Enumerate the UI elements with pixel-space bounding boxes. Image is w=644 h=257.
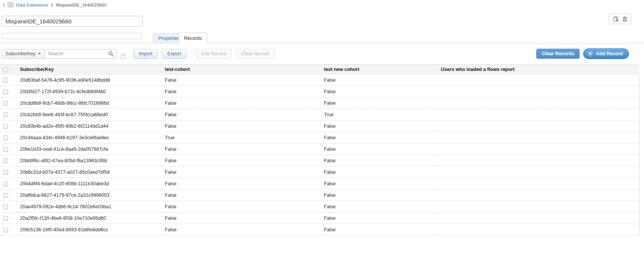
search-input[interactable] (45, 51, 105, 56)
clear-record-button[interactable]: Clear Record (236, 49, 275, 59)
search-box (45, 49, 117, 59)
column-header-test-new-cohort[interactable]: test new cohort (321, 64, 438, 74)
table-row[interactable]: 20c44aaa-434c-4946-b197-3e3ce6fae8ec Tru… (0, 132, 639, 143)
de-description-input[interactable] (2, 33, 142, 39)
row-select-cell (0, 189, 17, 201)
test-new-cohort-cell: False (321, 178, 438, 189)
row-checkbox[interactable] (3, 227, 8, 232)
flows-report-cell (438, 224, 639, 236)
plus-icon: + (587, 51, 593, 57)
table-row[interactable]: 20d3fd27-172f-4939-b72c-6cfedb69f4b0 Fal… (0, 86, 639, 97)
subscriberkey-cell: 20ae4979-082e-4db6-9c14-7602e6e03ba1 (17, 201, 162, 213)
test-new-cohort-cell: False (321, 201, 438, 213)
import-button[interactable]: Import (133, 49, 158, 59)
row-checkbox[interactable] (3, 204, 8, 209)
row-checkbox[interactable] (3, 78, 8, 83)
add-record-label: Add Record (596, 51, 623, 56)
test-new-cohort-cell: False (321, 74, 438, 86)
copy-record-icon[interactable] (613, 16, 619, 22)
select-all-checkbox[interactable] (3, 67, 8, 72)
table-row[interactable]: 20b4d6f4-6dad-4c20-808b-1111e30abe3d Fal… (0, 178, 639, 189)
search-field-dropdown[interactable]: SubscriberKey (2, 49, 45, 59)
breadcrumb: ❮ Data Extensions ❮ MixpanelDE_164002966… (0, 0, 644, 8)
test-cohort-cell: False (162, 166, 321, 178)
row-select-cell (0, 155, 17, 166)
row-select-cell (0, 166, 17, 178)
flows-report-cell (438, 155, 639, 166)
test-cohort-cell: False (162, 86, 321, 97)
test-cohort-cell: False (162, 74, 321, 86)
row-checkbox[interactable] (3, 101, 8, 106)
row-checkbox[interactable] (3, 181, 8, 186)
test-new-cohort-cell: False (321, 213, 438, 224)
header-select-all-cell (0, 64, 17, 74)
help-icon[interactable]: ? (121, 54, 126, 59)
row-select-cell (0, 86, 17, 97)
test-new-cohort-cell: False (321, 189, 438, 201)
row-select-cell (0, 120, 17, 132)
entity-actions-group (609, 14, 631, 24)
records-table-wrap: SubscriberKey test-cohort test new cohor… (0, 64, 639, 236)
test-new-cohort-cell: False (321, 166, 438, 178)
table-row[interactable]: 20ae4979-082e-4db6-9c14-7602e6e03ba1 Fal… (0, 201, 639, 213)
chevron-down-icon (38, 53, 41, 54)
subscriberkey-cell: 20af6dca-6627-4179-97ce-2a31c9996053 (17, 189, 162, 201)
flows-report-cell (438, 189, 639, 201)
test-new-cohort-cell: False (321, 132, 438, 143)
subscriberkey-cell: 20bb9f6c-af82-47ea-805d-f6a13963c95b (17, 155, 162, 166)
flows-report-cell (438, 120, 639, 132)
subscriberkey-cell: 20c83b4b-ad2e-45f0-89b2-6f2114dd1d44 (17, 120, 162, 132)
row-checkbox[interactable] (3, 216, 8, 221)
row-checkbox[interactable] (3, 124, 8, 129)
records-table: SubscriberKey test-cohort test new cohor… (0, 64, 639, 236)
add-record-button[interactable]: + Add Record (583, 48, 629, 59)
row-select-cell (0, 201, 17, 213)
back-chevron-icon[interactable]: ❮ (2, 3, 5, 7)
search-icon[interactable] (105, 51, 117, 57)
test-cohort-cell: False (162, 189, 321, 201)
row-checkbox[interactable] (3, 193, 8, 198)
table-row[interactable]: 209c5136-16f0-40ed-8593-81b8fe8dd6cc Fal… (0, 224, 639, 236)
flows-report-cell (438, 201, 639, 213)
breadcrumb-current: MixpanelDE_1640029660 (56, 3, 107, 7)
table-row[interactable]: 20d63baf-5476-4c95-9036-a90e5148bdd8 Fal… (0, 74, 639, 86)
subscriberkey-cell: 20a2f5fc-f130-4be6-9f38-10e710e95d60 (17, 213, 162, 224)
breadcrumb-link-data-extensions[interactable]: Data Extensions (16, 3, 48, 7)
table-row[interactable]: 20c83b4b-ad2e-45f0-89b2-6f2114dd1d44 Fal… (0, 120, 639, 132)
table-row[interactable]: 20b6c31d-b07d-4377-a027-85c0aed7bf58 Fal… (0, 166, 639, 178)
delete-trash-icon[interactable] (622, 16, 628, 22)
clear-records-button[interactable]: Clear Records (536, 49, 580, 59)
flows-report-cell (438, 109, 639, 120)
row-checkbox[interactable] (3, 112, 8, 117)
test-cohort-cell: False (162, 109, 321, 120)
edit-record-button[interactable]: Edit Record (196, 49, 232, 59)
row-checkbox[interactable] (3, 170, 8, 175)
table-row[interactable]: 20bb9f6c-af82-47ea-805d-f6a13963c95b Fal… (0, 155, 639, 166)
flows-report-cell (438, 132, 639, 143)
table-row[interactable]: 20af6dca-6627-4179-97ce-2a31c9996053 Fal… (0, 189, 639, 201)
test-new-cohort-cell: False (321, 224, 438, 236)
row-checkbox[interactable] (3, 158, 8, 163)
test-new-cohort-cell: False (321, 86, 438, 97)
test-cohort-cell: False (162, 120, 321, 132)
subscriberkey-cell: 20b6c31d-b07d-4377-a027-85c0aed7bf58 (17, 166, 162, 178)
export-button[interactable]: Export (162, 49, 186, 59)
column-header-test-cohort[interactable]: test-cohort (162, 64, 321, 74)
row-checkbox[interactable] (3, 147, 8, 152)
test-cohort-cell: False (162, 213, 321, 224)
table-row[interactable]: 20cdd8b8-9cb7-48db-86cc-8fdc7018986d Fal… (0, 97, 639, 109)
table-row[interactable]: 20a2f5fc-f130-4be6-9f38-10e710e95d60 Fal… (0, 213, 639, 224)
test-cohort-cell: False (162, 97, 321, 109)
breadcrumb-separator-chevron-icon: ❮ (50, 3, 53, 7)
table-row[interactable]: 20cb2bb9-9ee6-493f-bc67-755fcca66ed0 Fal… (0, 109, 639, 120)
row-checkbox[interactable] (3, 135, 8, 140)
subscriberkey-cell: 20d3fd27-172f-4939-b72c-6cfedb69f4b0 (17, 86, 162, 97)
column-header-subscriberkey[interactable]: SubscriberKey (17, 64, 162, 74)
toolbar-divider (192, 49, 192, 58)
table-row[interactable]: 20be1b33-ceaf-41ce-8aa9-2da057887cfa Fal… (0, 143, 639, 155)
subscriberkey-cell: 20d63baf-5476-4c95-9036-a90e5148bdd8 (17, 74, 162, 86)
de-name-input[interactable] (2, 16, 143, 27)
column-header-flows-report[interactable]: Users who loaded a flows report (438, 64, 639, 74)
tab-records[interactable]: Records (179, 33, 207, 43)
row-checkbox[interactable] (3, 89, 8, 94)
